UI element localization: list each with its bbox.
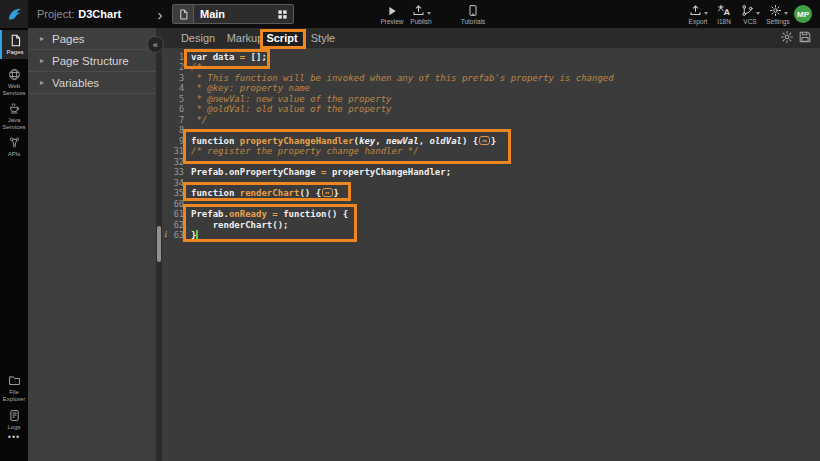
panel-collapse-button[interactable]: « [147, 36, 164, 53]
more-icon: ••• [8, 432, 20, 442]
line-number[interactable]: 34 [162, 178, 184, 188]
sidebar-item-file-explorer[interactable]: File Explorer [0, 370, 28, 406]
left-icon-rail: Pages Web Services Java Services APIs Fi… [0, 28, 28, 461]
code-line[interactable]: i63} [162, 230, 820, 241]
code-line[interactable]: 31/* register the property change handle… [162, 146, 820, 157]
code-line[interactable]: 35function renderChart() {↔} [162, 188, 820, 199]
tutorials-icon [467, 3, 479, 17]
fold-widget-icon[interactable]: ↔ [479, 136, 490, 145]
chevron-down-icon [427, 12, 431, 15]
preview-button[interactable]: Preview [377, 3, 407, 26]
line-number[interactable]: 7 [162, 115, 184, 125]
code-text: function renderChart() {↔} [191, 188, 339, 198]
tab-design[interactable]: Design [176, 28, 220, 48]
line-number[interactable]: 31 [162, 146, 184, 156]
save-icon[interactable] [798, 30, 812, 44]
upload-icon [412, 3, 431, 17]
code-line[interactable]: 62 renderChart(); [162, 220, 820, 231]
line-number[interactable]: 8 [162, 125, 184, 135]
line-number[interactable]: 62 [162, 220, 184, 230]
code-line[interactable]: 9function propertyChangeHandler(key, new… [162, 136, 820, 147]
line-number[interactable]: 35 [162, 188, 184, 198]
code-line[interactable]: 34 [162, 178, 820, 189]
line-number[interactable]: 61 [162, 209, 184, 219]
pages-panel: ▸ Pages ▸ Page Structure ▸ Variables « [28, 28, 156, 461]
collapsed-arrow-icon: ▸ [40, 78, 44, 87]
page-tab-main[interactable]: Main [172, 4, 294, 24]
project-label: Project: [37, 8, 74, 20]
code-text: * @oldVal: old value of the property [191, 104, 391, 114]
sidebar-item-java-services[interactable]: Java Services [0, 98, 28, 134]
sidebar-item-pages[interactable]: Pages [0, 30, 28, 59]
code-line[interactable]: 61Prefab.onReady = function() { [162, 209, 820, 220]
line-number[interactable]: 3 [162, 73, 184, 83]
settings-button[interactable]: Settings [760, 3, 796, 26]
pages-icon [9, 34, 22, 47]
wavemaker-logo[interactable] [0, 0, 28, 28]
line-number[interactable]: 60 [162, 199, 184, 209]
line-number[interactable]: 5 [162, 94, 184, 104]
sidebar-item-web-services[interactable]: Web Services [0, 64, 28, 100]
code-line[interactable]: 32 [162, 157, 820, 168]
svg-text:A: A [724, 8, 731, 17]
code-line[interactable]: 7 */ [162, 115, 820, 126]
collapse-icon: « [153, 40, 158, 50]
code-line[interactable]: 4 * @key: property name [162, 83, 820, 94]
code-editor[interactable]: 1var data = [];2/*3 * This function will… [162, 48, 820, 461]
java-services-icon [8, 102, 21, 115]
export-icon [689, 3, 708, 17]
editor-settings-gear-icon[interactable] [780, 30, 794, 44]
code-text: var data = []; [191, 52, 267, 62]
line-number[interactable]: 1 [162, 52, 184, 62]
apis-icon [8, 136, 21, 149]
code-text: * @newVal: new value of the property [191, 94, 391, 104]
text-cursor [196, 230, 198, 240]
scrollbar-thumb[interactable] [157, 226, 161, 262]
code-line[interactable]: 2/* [162, 62, 820, 73]
code-line[interactable]: 3 * This function will be invoked when a… [162, 73, 820, 84]
editor-tabbar: Design Markup Script Style [162, 28, 820, 48]
more-menu-button[interactable]: ••• [0, 428, 28, 445]
line-number[interactable]: 6 [162, 104, 184, 114]
project-name: D3Chart [78, 8, 121, 20]
web-services-icon [8, 68, 21, 81]
sidebar-item-apis[interactable]: APIs [0, 132, 28, 161]
code-line[interactable]: 8 [162, 125, 820, 136]
tutorials-button[interactable]: Tutorials [453, 3, 493, 26]
code-text: * This function will be invoked when any… [191, 73, 614, 83]
avatar[interactable]: MP [794, 5, 812, 23]
panel-row-variables[interactable]: ▸ Variables [28, 72, 156, 94]
panel-row-page-structure[interactable]: ▸ Page Structure [28, 50, 156, 72]
i18n-icon: A [717, 3, 731, 17]
code-line[interactable]: 1var data = []; [162, 52, 820, 63]
line-number[interactable]: 2 [162, 62, 184, 72]
line-number[interactable]: 4 [162, 83, 184, 93]
publish-button[interactable]: Publish [404, 3, 438, 26]
code-text: /* register the property change handler … [191, 146, 419, 156]
line-number[interactable]: 33 [162, 167, 184, 177]
code-text: */ [191, 115, 207, 125]
grid-icon[interactable] [277, 9, 288, 20]
topbar: Project: D3Chart › Main Preview [0, 0, 820, 28]
code-text: } [191, 230, 198, 240]
code-line[interactable]: 5 * @newVal: new value of the property [162, 94, 820, 105]
code-line[interactable]: 6 * @oldVal: old value of the property [162, 104, 820, 115]
code-text: function propertyChangeHandler(key, newV… [191, 136, 496, 146]
code-line[interactable]: 33Prefab.onPropertyChange = propertyChan… [162, 167, 820, 178]
tab-style[interactable]: Style [306, 28, 340, 48]
gear-icon [769, 3, 788, 17]
panel-row-pages[interactable]: ▸ Pages [28, 28, 156, 50]
chevron-down-icon [704, 12, 708, 15]
code-lines: 1var data = [];2/*3 * This function will… [162, 52, 820, 241]
line-number[interactable]: 9 [162, 136, 184, 146]
gutter-info-marker-icon: i [164, 230, 167, 239]
code-line[interactable]: 60 [162, 199, 820, 210]
chevron-right-icon[interactable]: › [153, 0, 167, 28]
fold-widget-icon[interactable]: ↔ [322, 188, 333, 197]
wavemaker-logo-icon [6, 6, 23, 23]
line-number[interactable]: 32 [162, 157, 184, 167]
file-explorer-icon [8, 374, 21, 387]
panel-row-label: Pages [52, 33, 85, 45]
main-area: Design Markup Script Style 1var data = [… [162, 28, 820, 461]
tab-script[interactable]: Script [262, 28, 302, 48]
